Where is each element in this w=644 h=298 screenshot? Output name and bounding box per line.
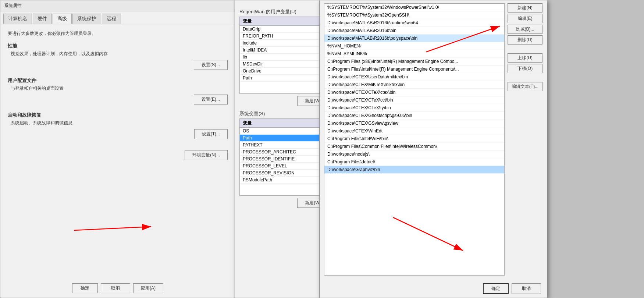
path-dialog: %SYSTEMROOT%\System32\WindowsPowerShell\… <box>319 0 547 298</box>
path-list-item[interactable]: %NVM_HOME% <box>324 42 504 50</box>
sys-props-bottom-btns: 确定 取消 应用(A) <box>0 283 235 293</box>
sys-props-apply-btn[interactable]: 应用(A) <box>133 283 163 293</box>
path-edit-text-btn[interactable]: 编辑文本(T)... <box>508 82 542 91</box>
path-delete-btn[interactable]: 删除(D) <box>508 35 542 45</box>
path-list-item[interactable]: %NVM_SYMLINK% <box>324 50 504 58</box>
path-list-item[interactable]: D:\workspace\nodejs\ <box>324 150 504 158</box>
path-list-item[interactable]: D:\workspace\Graphviz\bin <box>324 166 504 174</box>
path-list-item[interactable]: D:\workspace\CTEX\WinEdt <box>324 127 504 135</box>
path-list-item[interactable]: D:\workspace\CTEX\UserData\miktex\bin <box>324 73 504 81</box>
sys-props-content: 要进行大多数更改，你必须作为管理员登录。 性能 视觉效果，处理器计划，内存使用，… <box>0 24 235 166</box>
path-list-container[interactable]: %SYSTEMROOT%\System32\WindowsPowerShell\… <box>324 3 505 276</box>
startup-desc: 系统启动、系统故障和调试信息 <box>8 120 228 126</box>
path-list-item[interactable]: D:\workspace\MATLAB\R2016b\runtime\win64 <box>324 19 504 27</box>
tab-remote[interactable]: 远程 <box>102 14 121 24</box>
path-list-item[interactable]: D:\workspace\CTEX\MiKTeX\miktex\bin <box>324 81 504 89</box>
startup-settings-btn[interactable]: 设置(T)... <box>194 129 228 139</box>
startup-section: 启动和故障恢复 系统启动、系统故障和调试信息 设置(T)... <box>8 112 228 139</box>
tab-system-protection[interactable]: 系统保护 <box>72 14 101 24</box>
path-cancel-btn[interactable]: 取消 <box>512 283 541 294</box>
path-list-item[interactable]: C:\Program Files\dotnet\ <box>324 158 504 166</box>
performance-settings-btn[interactable]: 设置(S)... <box>194 60 228 70</box>
svg-line-1 <box>74 227 151 230</box>
env-variables-btn[interactable]: 环境变量(N)... <box>185 150 228 160</box>
sys-props-titlebar: 系统属性 <box>0 0 235 11</box>
path-edit-btn[interactable]: 编辑(E) <box>508 14 542 23</box>
sys-props-ok-btn[interactable]: 确定 <box>72 283 98 293</box>
tab-computer-name[interactable]: 计算机名 <box>3 14 32 24</box>
env-btn-row: 环境变量(N)... <box>8 150 228 160</box>
path-action-btns: 新建(N) 编辑(E) 浏览(B)... 删除(D) 上移(U) 下移(O) 编… <box>508 3 542 276</box>
path-down-btn[interactable]: 下移(O) <box>508 64 542 73</box>
path-list-item[interactable]: D:\workspace\CTEX\Ghostscript\gs9.05\bin <box>324 112 504 120</box>
sys-props-cancel-btn[interactable]: 取消 <box>101 283 130 293</box>
performance-label: 性能 <box>8 43 228 49</box>
sys-props-dialog: 系统属性 计算机名 硬件 高级 系统保护 远程 要进行大多数更改，你必须作为管理… <box>0 0 235 298</box>
path-list-item[interactable]: D:\workspace\CTEX\CTeX\ctex\bin <box>324 89 504 96</box>
path-new-btn[interactable]: 新建(N) <box>508 3 542 13</box>
path-dialog-body: %SYSTEMROOT%\System32\WindowsPowerShell\… <box>324 3 542 276</box>
path-list-item[interactable]: D:\workspace\MATLAB\R2016b\bin <box>324 27 504 35</box>
path-list-item[interactable]: C:\Program Files\Intel\WiFi\bin\ <box>324 135 504 143</box>
user-profile-section: 用户配置文件 与登录帐户相关的桌面设置 设置(E)... <box>8 77 228 104</box>
user-profile-desc: 与登录帐户相关的桌面设置 <box>8 85 228 92</box>
performance-section: 性能 视觉效果，处理器计划，内存使用，以及虚拟内存 设置(S)... <box>8 43 228 70</box>
path-list-item[interactable]: D:\workspace\CTEX\GSview\gsview <box>324 120 504 127</box>
path-list-item[interactable]: C:\Program Files\Intel\Intel(R) Manageme… <box>324 65 504 73</box>
path-list-item[interactable]: %SYSTEMROOT%\System32\OpenSSH\ <box>324 11 504 19</box>
performance-desc: 视觉效果，处理器计划，内存使用，以及虚拟内存 <box>8 51 228 57</box>
path-list-item[interactable]: %SYSTEMROOT%\System32\WindowsPowerShell\… <box>324 4 504 11</box>
path-list-item[interactable]: D:\workspace\CTEX\CTeX\cct\bin <box>324 96 504 104</box>
path-browse-btn[interactable]: 浏览(B)... <box>508 25 542 34</box>
sys-props-title: 系统属性 <box>4 3 22 8</box>
path-list-item[interactable]: D:\workspace\MATLAB\R2016b\polyspace\bin <box>324 35 504 42</box>
user-profile-settings-btn[interactable]: 设置(E)... <box>194 95 228 104</box>
user-profile-label: 用户配置文件 <box>8 77 228 84</box>
path-dialog-bottom: 确定 取消 <box>483 283 541 294</box>
path-up-btn[interactable]: 上移(U) <box>508 53 542 63</box>
path-list-item[interactable]: C:\Program Files\Common Files\Intel\Wire… <box>324 143 504 150</box>
path-list-item[interactable]: D:\workspace\CTEX\CTeX\ty\bin <box>324 104 504 112</box>
warning-text: 要进行大多数更改，你必须作为管理员登录。 <box>8 30 228 37</box>
tab-advanced[interactable]: 高级 <box>53 14 72 24</box>
path-ok-btn[interactable]: 确定 <box>483 283 509 294</box>
tab-hardware[interactable]: 硬件 <box>33 14 52 24</box>
startup-label: 启动和故障恢复 <box>8 112 228 118</box>
tab-bar: 计算机名 硬件 高级 系统保护 远程 <box>0 11 235 24</box>
path-list-item[interactable]: C:\Program Files (x86)\Intel\Intel(R) Ma… <box>324 58 504 65</box>
